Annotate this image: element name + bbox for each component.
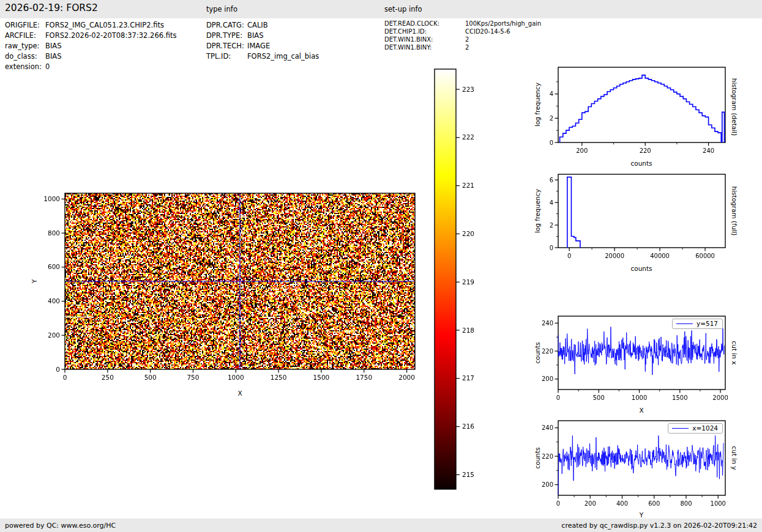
x-tick-label: 60000 bbox=[695, 253, 715, 259]
x-tick-label: 1000 bbox=[711, 500, 726, 507]
type-info-row: DPR.CATG:CALIB bbox=[206, 21, 268, 29]
x-tick-label: 1750 bbox=[356, 374, 372, 381]
cut-y-ylabel: counts bbox=[534, 447, 541, 468]
y-tick-label: 800 bbox=[48, 229, 60, 237]
legend-label: x=1024 bbox=[692, 424, 718, 432]
x-tick-label: 600 bbox=[648, 500, 660, 507]
field-label: do_class: bbox=[5, 52, 45, 61]
y-tick-label: 240 bbox=[542, 320, 553, 327]
bias-image-heatmap bbox=[65, 193, 415, 369]
legend-label: y=517 bbox=[697, 320, 718, 327]
field-value: IMAGE bbox=[247, 42, 270, 50]
colorbar-tick-label: 218 bbox=[462, 327, 474, 334]
y-tick-label: 6 bbox=[550, 177, 553, 183]
setup-info-row: DET.READ.CLOCK:100Kps/2ports/high_gain bbox=[384, 20, 541, 27]
file-info-row: ARCFILE:FORS2.2026-02-20T08:37:32.266.fi… bbox=[5, 31, 176, 40]
field-label: TPL.ID: bbox=[206, 52, 247, 61]
footer-right-text: created by qc_rawdisp.py v1.2.3 on 2026-… bbox=[561, 522, 757, 530]
cut-y-legend: x=1024 bbox=[668, 423, 723, 434]
y-tick-label: 200 bbox=[542, 375, 553, 382]
cut-x-legend: y=517 bbox=[672, 319, 723, 329]
setup-info-row: DET.WIN1.BINX:2 bbox=[384, 36, 469, 43]
y-tick-label: 240 bbox=[542, 424, 553, 431]
cut-in-x-series bbox=[558, 327, 724, 375]
setup-info-row: DET.CHIP1.ID:CCID20-14-5-6 bbox=[384, 28, 510, 35]
cut-in-y-series bbox=[558, 435, 723, 494]
axis-frame bbox=[558, 174, 725, 248]
type-info-row: TPL.ID:FORS2_img_cal_bias bbox=[206, 52, 319, 61]
hist-detail-ylabel: log frequency bbox=[534, 83, 541, 127]
field-value: BIAS bbox=[45, 42, 61, 50]
field-label: DET.WIN1.BINY: bbox=[384, 44, 465, 51]
x-tick-label: 1000 bbox=[228, 374, 244, 381]
colorbar-tick-label: 222 bbox=[462, 133, 474, 141]
x-tick-label: 0 bbox=[556, 500, 560, 507]
colorbar-tick-label: 220 bbox=[462, 230, 474, 237]
field-label: DET.READ.CLOCK: bbox=[384, 20, 465, 27]
x-tick-label: 800 bbox=[680, 500, 692, 507]
field-label: DPR.TYPE: bbox=[206, 31, 247, 40]
x-tick-label: 40000 bbox=[650, 253, 670, 259]
hist-full-xlabel: counts bbox=[630, 265, 652, 272]
field-label: DPR.CATG: bbox=[206, 21, 247, 29]
hist-detail-side-label: histogram (detail) bbox=[731, 78, 738, 136]
cut-x-xlabel: X bbox=[639, 407, 643, 414]
file-info-row: ORIGFILE:FORS2_IMG_CAL051.23.CHIP2.fits bbox=[5, 21, 164, 29]
field-value: 2 bbox=[465, 44, 469, 51]
x-tick-label: 240 bbox=[703, 147, 714, 154]
type-info-row: DPR.TYPE:BIAS bbox=[206, 31, 263, 40]
x-tick-label: 400 bbox=[616, 500, 628, 507]
x-tick-label: 200 bbox=[576, 147, 588, 154]
x-tick-label: 750 bbox=[187, 374, 199, 381]
cut-y-side-label: cut in y bbox=[731, 446, 738, 470]
field-label: DET.WIN1.BINX: bbox=[384, 36, 465, 43]
qc-report-page: 2026-02-19: FORS2 type info set-up info … bbox=[0, 0, 762, 532]
y-tick-label: 0 bbox=[550, 245, 553, 251]
y-tick-label: 220 bbox=[542, 453, 553, 460]
y-tick-label: 200 bbox=[542, 481, 553, 488]
y-tick-label: 2 bbox=[550, 222, 553, 229]
field-value: CALIB bbox=[247, 21, 268, 29]
field-value: BIAS bbox=[247, 31, 263, 40]
x-tick-label: 500 bbox=[593, 394, 605, 401]
colorbar-tick-label: 219 bbox=[462, 278, 474, 286]
field-label: ARCFILE: bbox=[5, 31, 45, 40]
colorbar-tick-label: 221 bbox=[462, 182, 474, 189]
y-tick-label: 220 bbox=[542, 348, 553, 355]
footer-bar: powered by QC: www.eso.org/HC created by… bbox=[0, 519, 762, 532]
field-value: FORS2_IMG_CAL051.23.CHIP2.fits bbox=[45, 21, 164, 29]
field-value: BIAS bbox=[45, 52, 61, 61]
page-title: 2026-02-19: FORS2 bbox=[5, 2, 98, 13]
legend-line-icon bbox=[672, 428, 689, 429]
file-info-row: raw_type:BIAS bbox=[5, 42, 61, 50]
field-value: 0 bbox=[45, 62, 50, 71]
legend-line-icon bbox=[676, 323, 693, 324]
cut-x-ylabel: counts bbox=[534, 342, 541, 363]
field-label: DET.CHIP1.ID: bbox=[384, 28, 465, 35]
hist-full-ylabel: log frequency bbox=[534, 189, 541, 233]
x-tick-label: 1500 bbox=[672, 394, 687, 401]
x-tick-label: 20000 bbox=[605, 253, 624, 259]
hist-full-curve bbox=[567, 177, 580, 248]
footer-left-text: powered by QC: www.eso.org/HC bbox=[5, 522, 116, 530]
main-yaxis-label: Y bbox=[31, 279, 38, 283]
x-tick-label: 250 bbox=[102, 374, 114, 381]
field-value: CCID20-14-5-6 bbox=[465, 28, 510, 35]
cut-x-side-label: cut in x bbox=[731, 341, 738, 364]
file-info-row: do_class:BIAS bbox=[5, 52, 61, 61]
x-tick-label: 0 bbox=[567, 253, 571, 259]
field-value: FORS2.2026-02-20T08:37:32.266.fits bbox=[45, 31, 176, 40]
header-bar: 2026-02-19: FORS2 type info set-up info bbox=[0, 0, 762, 18]
y-tick-label: 400 bbox=[48, 297, 60, 305]
setup-info-row: DET.WIN1.BINY:2 bbox=[384, 44, 469, 51]
y-tick-label: 4 bbox=[550, 91, 553, 97]
x-tick-label: 220 bbox=[640, 147, 651, 154]
type-info-row: DPR.TECH:IMAGE bbox=[206, 42, 270, 50]
x-tick-label: 0 bbox=[556, 394, 560, 401]
field-value: 100Kps/2ports/high_gain bbox=[465, 20, 541, 27]
axis-frame bbox=[558, 67, 725, 142]
field-value: 2 bbox=[465, 36, 469, 43]
y-tick-label: 2 bbox=[550, 115, 553, 122]
hist-full-side-label: histogram (full) bbox=[731, 187, 738, 236]
x-tick-label: 2000 bbox=[398, 374, 415, 381]
